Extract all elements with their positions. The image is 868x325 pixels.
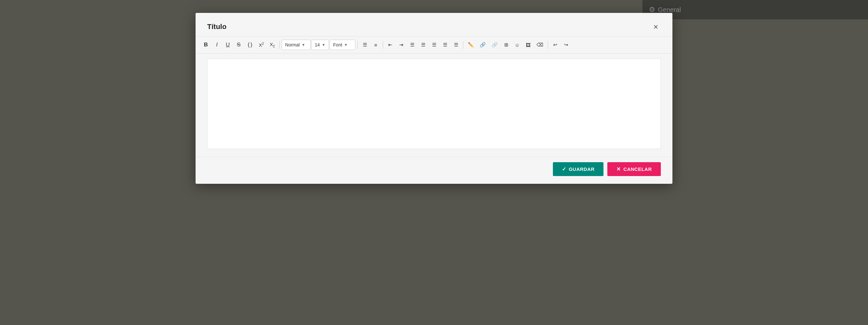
cancelar-label: CANCELAR (623, 166, 652, 172)
align-left-icon: ☰ (410, 42, 414, 48)
strikethrough-button[interactable]: S (234, 40, 244, 50)
superscript-button[interactable]: X2 (256, 40, 267, 50)
modal-title: Título (207, 23, 226, 31)
bold-button[interactable]: B (201, 40, 211, 50)
table-icon: ⊞ (504, 42, 508, 48)
underline-button[interactable]: U (223, 40, 233, 50)
fontsize-select-value: 14 (315, 42, 320, 48)
link-button[interactable]: 🔗 (477, 40, 489, 50)
fontsize-select[interactable]: 14 ▼ (311, 40, 329, 50)
align-right-icon: ☰ (432, 42, 436, 48)
modal-footer: ✓ GUARDAR ✕ CANCELAR (195, 157, 673, 184)
align-outdent-icon: ⇤ (388, 42, 393, 48)
link-icon: 🔗 (480, 42, 486, 48)
align-justify-icon: ☰ (443, 42, 447, 48)
divider-1 (279, 41, 280, 49)
divider-2 (357, 41, 358, 49)
undo-button[interactable]: ↩ (550, 40, 560, 50)
undo-icon: ↩ (553, 42, 557, 48)
eraser-icon: ⌫ (536, 42, 543, 48)
emoji-icon: ☺ (515, 42, 519, 48)
superscript-label: X2 (259, 42, 264, 48)
font-select-arrow: ▼ (344, 43, 348, 47)
emoji-button[interactable]: ☺ (512, 40, 522, 50)
guardar-button[interactable]: ✓ GUARDAR (553, 162, 604, 176)
style-select-value: Normal (285, 42, 300, 48)
align-outdent-button[interactable]: ⇤ (385, 40, 395, 50)
style-select[interactable]: Normal ▼ (282, 40, 311, 50)
font-select-value: Font (333, 42, 342, 48)
italic-button[interactable]: I (212, 40, 222, 50)
check-icon: ✓ (562, 166, 566, 172)
bullet-list-icon: ☰ (363, 42, 367, 48)
table-button[interactable]: ⊞ (501, 40, 511, 50)
editor-content[interactable] (207, 59, 661, 149)
toolbar: B I U S {} X2 X2 Normal ▼ 14 ▼ (195, 36, 673, 54)
align-distributed-icon: ☰ (454, 42, 458, 48)
unlink-button[interactable]: 🔗 (489, 40, 500, 50)
divider-3 (383, 41, 383, 49)
pen-icon: ✏️ (468, 42, 474, 48)
style-select-arrow: ▼ (302, 43, 305, 47)
editor-area (195, 54, 673, 157)
modal-header: Título × (195, 13, 673, 36)
eraser-button[interactable]: ⌫ (534, 40, 546, 50)
font-select[interactable]: Font ▼ (330, 40, 355, 50)
redo-icon: ↪ (564, 42, 568, 48)
code-button[interactable]: {} (245, 40, 255, 50)
modal-overlay: Título × B I U S {} X2 X2 Normal ▼ (0, 0, 868, 325)
align-justify-button[interactable]: ☰ (440, 40, 450, 50)
modal-dialog: Título × B I U S {} X2 X2 Normal ▼ (195, 13, 673, 184)
x-icon: ✕ (616, 166, 621, 172)
divider-4 (463, 41, 463, 49)
align-distributed-button[interactable]: ☰ (451, 40, 461, 50)
align-left-button[interactable]: ☰ (407, 40, 417, 50)
image-icon: 🖼 (526, 42, 531, 48)
cancelar-button[interactable]: ✕ CANCELAR (607, 162, 661, 176)
ordered-list-icon: ≡ (374, 42, 377, 48)
subscript-button[interactable]: X2 (267, 40, 277, 50)
close-button[interactable]: × (651, 22, 661, 32)
image-button[interactable]: 🖼 (523, 40, 533, 50)
align-center-button[interactable]: ☰ (418, 40, 428, 50)
align-indent-icon: ⇥ (399, 42, 403, 48)
fontsize-select-arrow: ▼ (322, 43, 326, 47)
ordered-list-button[interactable]: ≡ (371, 40, 381, 50)
subscript-label: X2 (270, 41, 275, 48)
redo-button[interactable]: ↪ (561, 40, 571, 50)
pen-button[interactable]: ✏️ (465, 40, 476, 50)
unlink-icon: 🔗 (492, 42, 498, 48)
guardar-label: GUARDAR (569, 166, 594, 172)
align-right-button[interactable]: ☰ (429, 40, 439, 50)
align-indent-button[interactable]: ⇥ (396, 40, 406, 50)
align-center-icon: ☰ (421, 42, 425, 48)
bullet-list-button[interactable]: ☰ (360, 40, 370, 50)
